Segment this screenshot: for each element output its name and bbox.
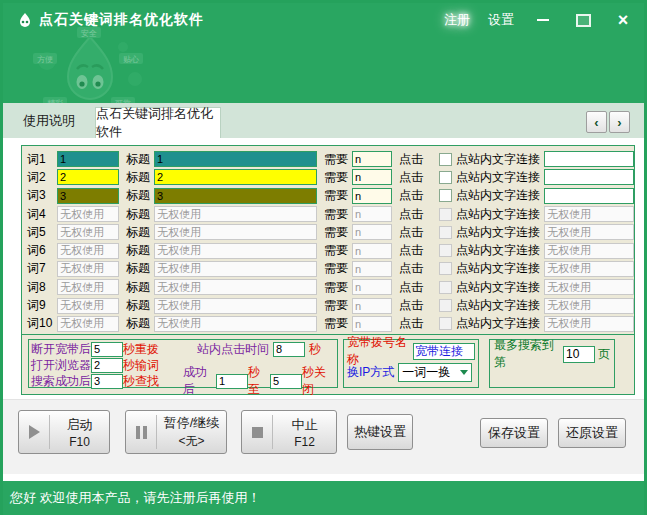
close-from-input[interactable] — [216, 374, 248, 389]
keyword-input[interactable] — [57, 261, 119, 277]
link-input[interactable] — [544, 279, 634, 295]
link-input[interactable] — [544, 298, 634, 314]
title-input[interactable] — [154, 298, 317, 314]
keyword-row: 词9 标题 需要 点击 点站内文字连接 — [22, 296, 634, 314]
need-count-input[interactable] — [352, 151, 392, 167]
close-to-input[interactable] — [270, 374, 302, 389]
click-time-input[interactable] — [273, 342, 305, 357]
stop-button[interactable]: 中止 F12 — [241, 410, 337, 454]
header-banner: 安全 方便 贴心 精彩 可靠 — [3, 37, 644, 103]
link-input[interactable] — [544, 224, 634, 240]
title-input[interactable] — [154, 243, 317, 259]
keyword-input[interactable] — [57, 316, 119, 332]
close-button[interactable]: × — [612, 9, 634, 31]
keyword-row-label: 词9 — [27, 297, 57, 314]
register-button[interactable]: 注册 — [444, 11, 470, 29]
keyword-row-label: 词4 — [27, 206, 57, 223]
keyword-rows: 词1 标题 需要 点击 点站内文字连接 词2 标题 需要 点击 点站内文字连接 … — [22, 146, 634, 335]
keyword-row: 词4 标题 需要 点击 点站内文字连接 — [22, 205, 634, 223]
need-count-input[interactable] — [352, 224, 392, 240]
title-input[interactable] — [154, 206, 317, 222]
keyword-input[interactable] — [57, 224, 119, 240]
disconnect-seconds-input[interactable] — [91, 342, 123, 357]
keyword-input[interactable] — [57, 206, 119, 222]
need-count-input[interactable] — [352, 316, 392, 332]
title-label: 标题 — [126, 260, 150, 277]
start-button[interactable]: 启动 F10 — [18, 410, 110, 454]
need-label: 需要 — [324, 224, 348, 241]
minimize-button[interactable] — [532, 9, 554, 31]
mascot-label-right: 贴心 — [123, 55, 139, 64]
stop-label: 中止 — [292, 416, 318, 434]
maximize-button[interactable] — [572, 9, 594, 31]
need-label: 需要 — [324, 297, 348, 314]
hotkey-settings-button[interactable]: 热键设置 — [347, 414, 413, 450]
max-page-suffix: 页 — [598, 346, 610, 363]
settings-button[interactable]: 设置 — [488, 11, 514, 29]
title-input[interactable] — [154, 169, 317, 185]
search-seconds-input[interactable] — [91, 374, 123, 389]
link-label: 点站内文字连接 — [456, 279, 540, 296]
need-count-input[interactable] — [352, 243, 392, 259]
keyword-input[interactable] — [57, 243, 119, 259]
click-label: 点击 — [399, 279, 423, 296]
keyword-input[interactable] — [57, 279, 119, 295]
minimize-icon — [537, 19, 549, 21]
link-input[interactable] — [544, 243, 634, 259]
link-checkbox[interactable] — [439, 299, 452, 312]
title-input[interactable] — [154, 279, 317, 295]
title-input[interactable] — [154, 316, 317, 332]
pause-resume-button[interactable]: 暂停/继续 <无> — [125, 410, 227, 454]
title-label: 标题 — [126, 224, 150, 241]
restore-settings-button[interactable]: 还原设置 — [558, 418, 626, 448]
link-checkbox[interactable] — [439, 262, 452, 275]
link-checkbox[interactable] — [439, 244, 452, 257]
need-count-input[interactable] — [352, 261, 392, 277]
tab-prev-button[interactable]: ‹ — [586, 111, 607, 133]
link-label: 点站内文字连接 — [456, 315, 540, 332]
link-checkbox[interactable] — [439, 171, 452, 184]
browser-seconds-input[interactable] — [91, 358, 123, 373]
link-input[interactable] — [544, 261, 634, 277]
title-input[interactable] — [154, 188, 317, 204]
maximize-icon — [576, 14, 591, 27]
link-checkbox[interactable] — [439, 281, 452, 294]
link-input[interactable] — [544, 316, 634, 332]
max-page-input[interactable] — [563, 346, 595, 363]
link-input[interactable] — [544, 188, 634, 204]
dial-name-input[interactable] — [413, 343, 475, 360]
need-count-input[interactable] — [352, 206, 392, 222]
title-label: 标题 — [126, 279, 150, 296]
tab-main-active[interactable]: 点石关键词排名优化软件 — [95, 107, 221, 138]
keyword-row: 词6 标题 需要 点击 点站内文字连接 — [22, 241, 634, 259]
need-count-input[interactable] — [352, 188, 392, 204]
keyword-input[interactable] — [57, 169, 119, 185]
tab-usage-instructions[interactable]: 使用说明 — [13, 104, 85, 138]
link-input[interactable] — [544, 151, 634, 167]
link-input[interactable] — [544, 206, 634, 222]
link-checkbox[interactable] — [439, 317, 452, 330]
link-checkbox[interactable] — [439, 189, 452, 202]
need-count-input[interactable] — [352, 298, 392, 314]
need-count-input[interactable] — [352, 169, 392, 185]
title-input[interactable] — [154, 151, 317, 167]
keyword-row: 词1 标题 需要 点击 点站内文字连接 — [22, 150, 634, 168]
link-input[interactable] — [544, 169, 634, 185]
link-checkbox[interactable] — [439, 226, 452, 239]
tab-strip: 使用说明 点石关键词排名优化软件 ‹ › — [3, 103, 644, 138]
keyword-input[interactable] — [57, 151, 119, 167]
keyword-input[interactable] — [57, 188, 119, 204]
stop-hotkey: F12 — [294, 435, 315, 449]
link-checkbox[interactable] — [439, 208, 452, 221]
tab-next-button[interactable]: › — [609, 111, 630, 133]
title-label: 标题 — [126, 187, 150, 204]
keyword-input[interactable] — [57, 298, 119, 314]
link-checkbox[interactable] — [439, 153, 452, 166]
need-count-input[interactable] — [352, 279, 392, 295]
save-settings-button[interactable]: 保存设置 — [480, 418, 548, 448]
title-input[interactable] — [154, 224, 317, 240]
ip-mode-select[interactable]: 一词一换 — [398, 363, 472, 382]
chevron-down-icon — [460, 370, 468, 375]
keyword-row-label: 词6 — [27, 242, 57, 259]
title-input[interactable] — [154, 261, 317, 277]
